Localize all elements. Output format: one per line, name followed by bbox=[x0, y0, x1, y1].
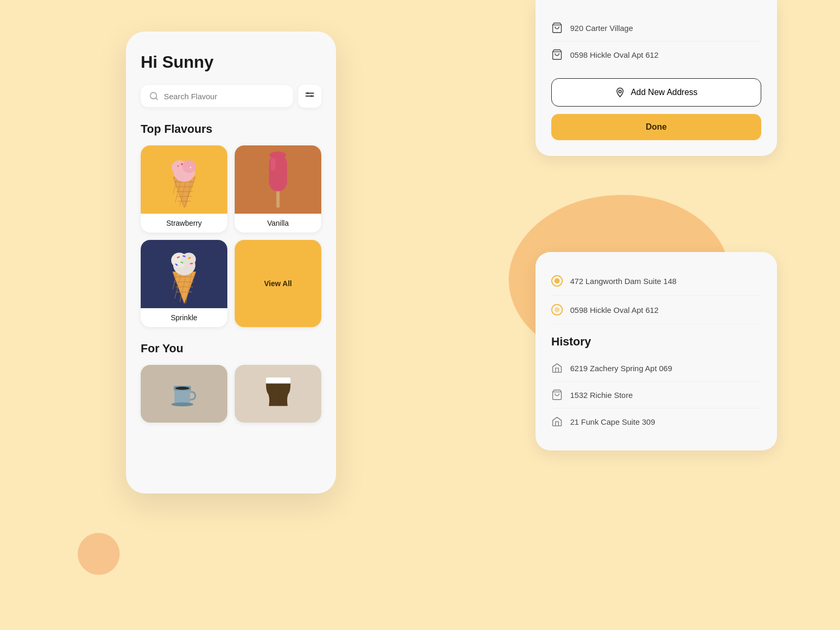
filter-button[interactable] bbox=[298, 85, 321, 108]
flavour-card-strawberry[interactable]: Strawberry bbox=[141, 145, 227, 233]
svg-line-1 bbox=[155, 98, 157, 99]
history-item-2[interactable]: 1532 Richie Store bbox=[551, 382, 761, 408]
svg-point-26 bbox=[269, 151, 286, 159]
home-icon-2 bbox=[551, 416, 563, 427]
svg-marker-27 bbox=[172, 271, 195, 303]
greeting-text: Hi Sunny bbox=[141, 52, 321, 72]
radio-circle-unselected bbox=[551, 304, 563, 316]
flavour-card-view-all[interactable]: View All bbox=[235, 240, 321, 327]
address-top-card: 920 Carter Village 0598 Hickle Oval Apt … bbox=[536, 0, 777, 156]
vanilla-image bbox=[235, 145, 321, 214]
coffee-image bbox=[141, 365, 227, 423]
radio-address-selected[interactable]: 472 Langworth Dam Suite 148 bbox=[551, 267, 761, 296]
history-text-2: 1532 Richie Store bbox=[570, 391, 633, 400]
svg-point-47 bbox=[171, 403, 193, 407]
history-item-1[interactable]: 6219 Zachery Spring Apt 069 bbox=[551, 355, 761, 382]
view-all-inner: View All bbox=[235, 240, 321, 327]
flavour-card-vanilla[interactable]: Vanilla bbox=[235, 145, 321, 233]
sprinkle-image bbox=[141, 240, 227, 308]
radio-circle-selected bbox=[551, 275, 563, 287]
vanilla-label: Vanilla bbox=[235, 214, 321, 233]
svg-point-38 bbox=[182, 253, 196, 266]
svg-point-21 bbox=[177, 165, 178, 167]
strawberry-image bbox=[141, 145, 227, 214]
chocolate-image bbox=[235, 365, 321, 423]
svg-point-5 bbox=[311, 95, 313, 97]
address-text-1: 920 Carter Village bbox=[570, 24, 633, 33]
svg-point-4 bbox=[307, 92, 309, 94]
history-title: History bbox=[551, 335, 761, 349]
svg-rect-23 bbox=[276, 189, 279, 207]
selected-address-text: 472 Langworth Dam Suite 148 bbox=[570, 277, 677, 286]
svg-point-52 bbox=[619, 90, 622, 93]
done-button[interactable]: Done bbox=[551, 114, 761, 140]
top-flavours-title: Top Flavours bbox=[141, 122, 321, 136]
sprinkle-label: Sprinkle bbox=[141, 308, 227, 327]
svg-rect-25 bbox=[271, 156, 276, 171]
radio-address-secondary[interactable]: 0598 Hickle Oval Apt 612 bbox=[551, 296, 761, 324]
add-address-label: Add New Address bbox=[631, 88, 697, 97]
filter-icon bbox=[304, 90, 316, 102]
svg-point-48 bbox=[175, 387, 189, 390]
svg-point-18 bbox=[182, 160, 196, 173]
deco-circle-bottom-left bbox=[78, 533, 120, 575]
foryou-card-coffee[interactable] bbox=[141, 365, 227, 423]
add-address-button[interactable]: Add New Address bbox=[551, 78, 761, 107]
search-icon bbox=[149, 91, 159, 101]
view-all-label: View All bbox=[264, 279, 292, 288]
svg-rect-49 bbox=[266, 377, 290, 384]
search-input-wrap[interactable] bbox=[141, 85, 293, 107]
bag-icon-1 bbox=[551, 22, 563, 34]
address-item-1[interactable]: 920 Carter Village bbox=[551, 15, 761, 41]
bag-icon-2 bbox=[551, 49, 563, 60]
svg-point-20 bbox=[186, 162, 188, 164]
address-bottom-card: 472 Langworth Dam Suite 148 0598 Hickle … bbox=[536, 252, 777, 450]
location-pin-icon bbox=[615, 87, 625, 98]
flavours-grid: Strawberry Vanilla bbox=[141, 145, 321, 327]
for-you-title: For You bbox=[141, 342, 321, 355]
svg-point-22 bbox=[190, 167, 191, 169]
for-you-grid bbox=[141, 365, 321, 423]
svg-point-19 bbox=[181, 163, 183, 165]
secondary-address-text: 0598 Hickle Oval Apt 612 bbox=[570, 306, 658, 314]
search-input[interactable] bbox=[164, 92, 285, 101]
home-icon-1 bbox=[551, 362, 563, 374]
history-text-3: 21 Funk Cape Suite 309 bbox=[570, 417, 655, 426]
address-text-2: 0598 Hickle Oval Apt 612 bbox=[570, 50, 658, 59]
strawberry-label: Strawberry bbox=[141, 214, 227, 233]
address-item-2[interactable]: 0598 Hickle Oval Apt 612 bbox=[551, 41, 761, 68]
history-text-1: 6219 Zachery Spring Apt 069 bbox=[570, 364, 672, 373]
phone-card: Hi Sunny Top Flavours bbox=[126, 32, 336, 494]
bag-icon-history bbox=[551, 389, 563, 401]
foryou-card-chocolate[interactable] bbox=[235, 365, 321, 423]
done-label: Done bbox=[646, 122, 667, 131]
flavour-card-sprinkle[interactable]: Sprinkle bbox=[141, 240, 227, 327]
search-bar bbox=[141, 85, 321, 108]
history-item-3[interactable]: 21 Funk Cape Suite 309 bbox=[551, 408, 761, 435]
